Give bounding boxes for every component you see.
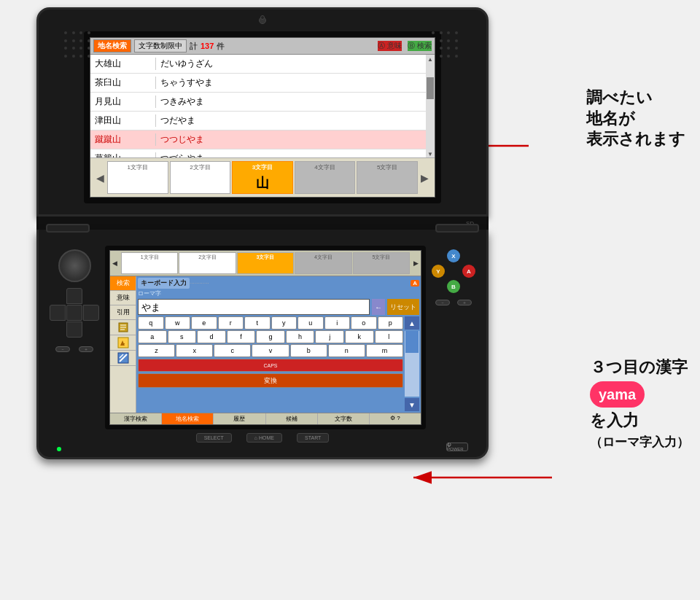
key-y[interactable]: y (271, 316, 298, 330)
char-bar-left-arrow[interactable]: ◀ (110, 260, 120, 267)
input-field[interactable]: やま (138, 299, 370, 315)
result-row[interactable]: 月見山 つきみやま (90, 93, 426, 112)
speaker-right (432, 31, 461, 61)
key-j[interactable]: j (315, 330, 344, 343)
key-n[interactable]: n (328, 344, 365, 357)
toolbar-btn-settings[interactable]: ⚙ ? (370, 413, 421, 424)
key-x[interactable]: x (176, 344, 213, 357)
result-row[interactable]: 津田山 つだやま (90, 112, 426, 130)
shoulder-right-btn[interactable] (435, 224, 479, 233)
key-b[interactable]: b (290, 344, 327, 357)
btn-a-meaning[interactable]: Ⓐ 意味 (378, 41, 402, 51)
b-char-cell-2[interactable]: 2文字目 (179, 252, 236, 274)
toolbar-btn-chiname[interactable]: 地名検索 (162, 413, 214, 424)
key-a[interactable]: a (138, 330, 167, 343)
shoulder-left-btn[interactable] (46, 224, 90, 233)
key-q[interactable]: q (138, 316, 164, 330)
bottom-key-row: CAPS (138, 359, 403, 372)
backspace-btn[interactable]: ← (372, 299, 385, 315)
key-d[interactable]: d (197, 330, 226, 343)
top-half: 地名検索 文字数制限中 計 137 件 Ⓐ 意味 Ⓑ 検索 (36, 7, 489, 217)
right-small-btns: － ＋ (435, 300, 472, 305)
sidebar-btn-meaning[interactable]: 意味 (110, 291, 136, 305)
b-char-cell-3[interactable]: 3文字目 (237, 252, 294, 274)
char-cell-2[interactable]: 2文字目 (170, 161, 231, 194)
dpad-up[interactable] (66, 288, 82, 304)
minus-btn[interactable]: － (55, 346, 70, 352)
sidebar-btn-tool[interactable] (110, 351, 136, 366)
kb-mode: ローマ字 (138, 289, 419, 297)
select-btn[interactable]: SELECT (196, 433, 232, 443)
result-row[interactable]: 葛籠山 つづらやま (90, 149, 426, 157)
analog-stick[interactable] (58, 249, 91, 282)
toolbar-btn-kanji[interactable]: 漢字検索 (110, 413, 162, 424)
key-i[interactable]: i (324, 316, 351, 330)
result-row-highlighted[interactable]: 蹴蹴山 つつじやま (90, 130, 426, 149)
key-k[interactable]: k (345, 330, 374, 343)
scroll-down-btn[interactable]: ▼ (405, 398, 419, 411)
btn-b-search[interactable]: Ⓑ 検索 (408, 41, 432, 51)
r-minus-btn[interactable]: － (435, 300, 450, 305)
kb-scrollbar[interactable] (405, 331, 419, 397)
key-f[interactable]: f (227, 330, 256, 343)
b-char-cell-4[interactable]: 4文字目 (295, 252, 351, 274)
sidebar-btn-citation[interactable]: 引用 (110, 305, 136, 320)
header-tab-chiname: 地名検索 (93, 39, 131, 52)
dpad-down[interactable] (66, 322, 82, 338)
annotation-top-line3: 表示されます (586, 130, 685, 148)
key-p[interactable]: p (378, 316, 404, 330)
results-scrollbar[interactable]: ▲ ▼ (426, 55, 435, 157)
char-arrow-left[interactable]: ◀ (93, 172, 107, 184)
char-cell-3[interactable]: 3文字目 山 (232, 161, 293, 194)
key-e[interactable]: e (191, 316, 217, 330)
key-c[interactable]: c (214, 344, 251, 357)
annotation-top-line2: 地名が (586, 109, 635, 128)
key-w[interactable]: w (165, 316, 191, 330)
result-row[interactable]: 茶臼山 ちゃうすやま (90, 74, 426, 93)
top-screen: 地名検索 文字数制限中 計 137 件 Ⓐ 意味 Ⓑ 検索 (90, 37, 435, 198)
key-s[interactable]: s (168, 330, 197, 343)
key-v[interactable]: v (252, 344, 289, 357)
char-cell-5[interactable]: 5文字目 (357, 161, 418, 194)
key-h[interactable]: h (286, 330, 315, 343)
key-r[interactable]: r (218, 316, 244, 330)
key-z[interactable]: z (138, 344, 175, 357)
key-u[interactable]: u (298, 316, 324, 330)
key-g[interactable]: g (256, 330, 285, 343)
toolbar-btn-candidates[interactable]: 候補 (266, 413, 318, 424)
speaker-left (64, 31, 93, 61)
btn-x[interactable]: X (447, 249, 460, 262)
results-list: 大雄山 だいゆうざん 茶臼山 ちゃうすやま 月見山 つきみやま (90, 55, 435, 157)
result-row[interactable]: 大雄山 だいゆうざん (90, 55, 426, 74)
dpad-left[interactable] (50, 305, 66, 321)
key-t[interactable]: t (244, 316, 271, 330)
home-btn[interactable]: ⌂ HOME (246, 433, 282, 443)
key-o[interactable]: o (351, 316, 377, 330)
btn-y[interactable]: Y (432, 265, 445, 278)
char-cell-1[interactable]: 1文字目 (107, 161, 168, 194)
sidebar-btn-pencil[interactable] (110, 335, 136, 351)
dpad-right[interactable] (83, 305, 99, 321)
key-l[interactable]: l (375, 330, 404, 343)
abxy-group: X Y A B (432, 249, 475, 293)
char-arrow-right[interactable]: ▶ (418, 172, 432, 184)
key-m[interactable]: m (366, 344, 403, 357)
toolbar-btn-history[interactable]: 履歴 (214, 413, 265, 424)
b-char-cell-5[interactable]: 5文字目 (353, 252, 410, 274)
r-plus-btn[interactable]: ＋ (457, 300, 472, 305)
btn-a[interactable]: A (462, 265, 475, 278)
sidebar-btn-notes[interactable] (110, 320, 136, 335)
char-bar-right-arrow[interactable]: ▶ (411, 260, 421, 267)
b-char-cell-1[interactable]: 1文字目 (121, 252, 178, 274)
scroll-up-btn[interactable]: ▲ (405, 316, 419, 330)
char-cell-4[interactable]: 4文字目 (295, 161, 356, 194)
reset-btn[interactable]: リセット (387, 299, 419, 315)
henkan-btn[interactable]: 変換 (138, 373, 403, 388)
caps-btn[interactable]: CAPS (138, 359, 403, 372)
toolbar-btn-charcount[interactable]: 文字数 (318, 413, 370, 424)
power-btn[interactable]: ⏻ POWER (446, 443, 468, 451)
sidebar-btn-search[interactable]: 検索 (110, 276, 136, 291)
plus-btn[interactable]: ＋ (79, 346, 93, 352)
btn-b[interactable]: B (447, 280, 460, 293)
start-btn[interactable]: START (297, 433, 329, 443)
